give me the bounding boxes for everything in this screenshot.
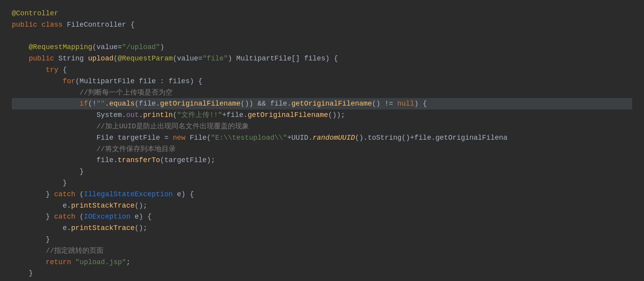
- code-line-1: @Controller: [12, 8, 632, 19]
- keyword-public: public: [12, 19, 42, 31]
- indent: [12, 155, 96, 166]
- code-line-22: //指定跳转的页面: [12, 245, 632, 257]
- code-line-18: e.printStackTrace();: [12, 200, 632, 212]
- indent: [12, 76, 63, 87]
- indent: [12, 64, 45, 76]
- code-line-24: }: [12, 268, 632, 279]
- annotation-requestmapping: @RequestMapping: [29, 42, 92, 53]
- indent: [12, 268, 29, 279]
- annotation: @Controller: [12, 8, 58, 19]
- code-line-16: }: [12, 177, 632, 189]
- code-line-21: }: [12, 234, 632, 245]
- code-line-7: for(MultipartFile file : files) {: [12, 76, 632, 87]
- indent: [12, 177, 63, 189]
- code-line-11: //加上UUID是防止出现同名文件出现覆盖的现象: [12, 121, 632, 132]
- indent: [12, 109, 96, 121]
- indent: [12, 245, 45, 257]
- code-line-15: }: [12, 166, 632, 177]
- code-line-8: //判断每一个上传项是否为空: [12, 87, 632, 99]
- code-line-4: @RequestMapping(value="/upload"): [12, 42, 632, 53]
- code-line-25: }: [12, 279, 632, 281]
- indent: [12, 200, 63, 212]
- code-line-5: public String upload(@RequestParam(value…: [12, 53, 632, 64]
- indent: [12, 132, 96, 144]
- code-editor: @Controller public class FileController …: [0, 0, 644, 281]
- code-line-10: System.out.println("文件上传!!"+file.getOrig…: [12, 109, 632, 121]
- indent: [12, 98, 80, 109]
- code-line-2: public class FileController {: [12, 19, 632, 31]
- indent: [12, 234, 45, 245]
- indent: [12, 189, 45, 200]
- indent: [12, 121, 96, 132]
- indent: [12, 257, 45, 268]
- code-line-20: e.printStackTrace();: [12, 223, 632, 234]
- code-line-19: } catch (IOException e) {: [12, 211, 632, 223]
- code-line-6: try {: [12, 64, 632, 76]
- indent: [12, 144, 96, 155]
- classname: FileController {: [67, 19, 135, 31]
- code-line-17: } catch (IllegalStateException e) {: [12, 189, 632, 200]
- code-line-14: file.transferTo(targetFile);: [12, 155, 632, 166]
- code-line-3: [12, 31, 632, 42]
- indent: [12, 166, 80, 177]
- code-line-9: if(!"".equals(file.getOriginalFilename()…: [12, 98, 632, 109]
- code-line-23: return "upload.jsp";: [12, 257, 632, 268]
- indent: [12, 223, 63, 234]
- code-line-13: //将文件保存到本地目录: [12, 144, 632, 155]
- indent: [12, 87, 80, 99]
- indent: [12, 211, 45, 223]
- indent: [12, 53, 29, 64]
- keyword-class: class: [42, 19, 67, 31]
- string-upload: "/upload": [122, 42, 160, 53]
- code-line-12: File targetFile = new File("E:\\testuplo…: [12, 132, 632, 144]
- indent: [12, 42, 29, 53]
